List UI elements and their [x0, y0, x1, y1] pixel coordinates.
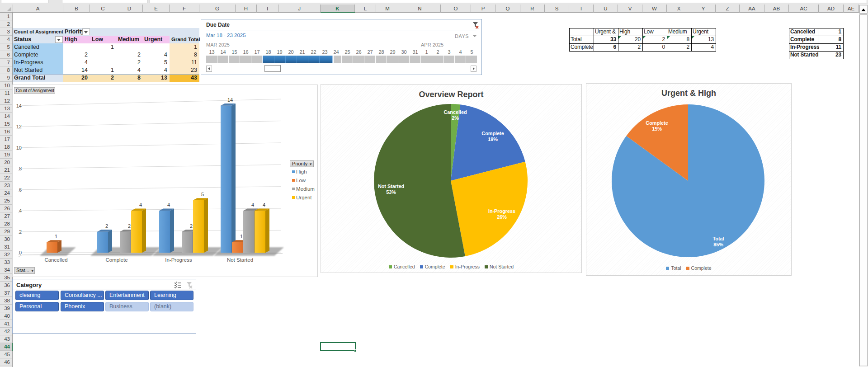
svg-text:0: 0 [19, 250, 22, 255]
svg-text:5: 5 [201, 192, 204, 197]
svg-text:6: 6 [19, 187, 22, 193]
svg-text:10: 10 [16, 145, 22, 151]
svg-text:2: 2 [128, 223, 131, 229]
svg-text:12: 12 [16, 124, 22, 129]
svg-text:2: 2 [190, 223, 193, 229]
svg-text:Not Started: Not Started [227, 257, 253, 263]
svg-text:4: 4 [263, 202, 265, 207]
svg-text:4: 4 [251, 202, 254, 207]
svg-text:1: 1 [55, 234, 57, 239]
svg-text:4: 4 [139, 202, 142, 207]
svg-text:2: 2 [105, 223, 108, 229]
svg-text:4: 4 [167, 202, 170, 207]
svg-text:14: 14 [16, 103, 22, 108]
svg-text:1: 1 [240, 234, 243, 239]
svg-text:8: 8 [19, 166, 22, 171]
svg-text:In-Progress: In-Progress [165, 257, 192, 263]
svg-text:Cancelled: Cancelled [44, 257, 67, 263]
svg-text:Complete: Complete [105, 257, 127, 263]
svg-text:14: 14 [227, 97, 233, 103]
svg-text:4: 4 [19, 208, 22, 213]
svg-text:2: 2 [19, 229, 22, 235]
